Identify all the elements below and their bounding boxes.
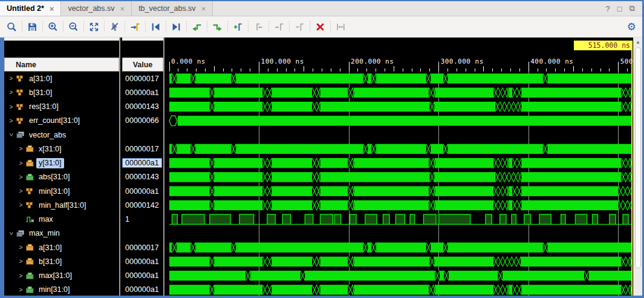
signal-row-max-min[interactable]: >max_min <box>4 227 119 240</box>
signal-value-x-31-0-[interactable]: 00000017 <box>122 142 163 156</box>
ruler-label: 0.000 ns <box>171 58 206 65</box>
signal-row-min-half-31-0-[interactable]: >min_half[31:0] <box>4 198 119 212</box>
signal-value-text: 00000142 <box>122 200 162 210</box>
waveform-canvas[interactable]: 515.000 ns 0.000 ns100.000 ns200.000 ns3… <box>167 38 633 296</box>
chevron-right-icon[interactable]: > <box>18 202 24 208</box>
signal-value-a-31-0-[interactable]: 00000017 <box>122 71 163 85</box>
signal-row-a-31-0-[interactable]: >a[31:0] <box>4 240 119 254</box>
chevron-right-icon[interactable]: > <box>8 89 15 96</box>
chevron-down-icon[interactable]: > <box>8 230 15 237</box>
previous-marker-button[interactable] <box>250 19 267 35</box>
signal-name-label: max <box>36 214 56 225</box>
next-edge-button[interactable] <box>209 19 226 35</box>
zoom-fit-button[interactable] <box>86 19 102 35</box>
chevron-right-icon[interactable]: > <box>8 75 15 82</box>
signal-name-label: err_count[31:0] <box>27 116 82 126</box>
signal-row-max[interactable]: max <box>4 213 119 227</box>
toolbar-separator <box>310 21 310 33</box>
ruler-label: 400.000 ns <box>530 58 573 65</box>
remove-cursor-button[interactable] <box>106 19 123 35</box>
vertical-scrollbar[interactable]: ▲ <box>633 38 642 296</box>
cursor-time-badge[interactable]: 515.000 ns <box>574 41 633 50</box>
remove-marker-button[interactable] <box>291 19 308 35</box>
chevron-right-icon[interactable]: > <box>18 160 24 167</box>
signal-row-y-31-0-[interactable]: >y[31:0] <box>4 156 119 170</box>
previous-transition-button[interactable] <box>148 19 164 35</box>
tab-vector-abs-sv[interactable]: vector_abs.sv× <box>61 1 132 16</box>
signal-value-a-31-0-[interactable]: 00000017 <box>122 240 163 254</box>
chevron-right-icon[interactable]: > <box>8 118 15 124</box>
bus-output-icon <box>25 272 34 280</box>
help-icon[interactable]: ? <box>606 4 610 13</box>
chevron-right-icon[interactable]: > <box>18 244 24 251</box>
signal-row-abs-31-0-[interactable]: >abs[31:0] <box>4 170 119 184</box>
chevron-right-icon[interactable]: > <box>18 258 24 265</box>
signal-value-text <box>122 233 128 234</box>
name-column-header[interactable]: Name <box>4 58 119 71</box>
settings-gear-icon[interactable]: ⚙ <box>627 21 636 33</box>
next-transition-button[interactable] <box>168 19 184 35</box>
signal-value-max-min[interactable] <box>122 227 163 240</box>
signal-name-label: res[31:0] <box>27 102 61 112</box>
bus-output-icon <box>25 286 34 294</box>
toolbar-separator <box>166 21 166 33</box>
signal-row-b-31-0-[interactable]: >b[31:0] <box>4 254 119 268</box>
signal-row-a-31-0-[interactable]: >a[31:0] <box>4 71 119 85</box>
group-icon <box>16 230 25 237</box>
signal-value-b-31-0-[interactable]: 000000a1 <box>122 254 163 268</box>
signal-value-text: 00000017 <box>122 144 162 154</box>
chevron-down-icon[interactable]: > <box>8 131 15 138</box>
signal-value-res-31-0-[interactable]: 00000143 <box>122 100 163 114</box>
signal-value-abs-31-0-[interactable]: 00000143 <box>122 170 163 184</box>
signal-row-min-31-0-[interactable]: >min[31:0] <box>4 283 119 296</box>
tab-close-icon[interactable]: × <box>120 5 125 13</box>
chevron-right-icon[interactable]: > <box>18 188 24 194</box>
chevron-right-icon[interactable]: > <box>18 286 24 293</box>
signal-row-res-31-0-[interactable]: >res[31:0] <box>4 100 119 114</box>
find-button[interactable] <box>4 19 20 35</box>
signal-value-list: 00000017000000a1000001430000006600000017… <box>122 71 163 296</box>
chevron-right-icon[interactable]: > <box>18 174 24 180</box>
signal-value-err-count-31-0-[interactable]: 00000066 <box>122 114 163 128</box>
delete-button[interactable] <box>312 19 328 35</box>
scrollbar-thumb[interactable] <box>635 47 641 268</box>
signal-name-label: a[31:0] <box>27 73 54 84</box>
signal-row-err-count-31-0-[interactable]: >err_count[31:0] <box>4 114 119 128</box>
value-column-header[interactable]: Value <box>122 58 163 71</box>
add-marker-button[interactable] <box>230 19 246 35</box>
zoom-in-button[interactable] <box>45 19 61 35</box>
tab-tb-vector-abs-sv[interactable]: tb_vector_abs.sv× <box>132 1 213 16</box>
signal-value-min-31-0-[interactable]: 000000a1 <box>122 283 163 296</box>
signal-value-max[interactable]: 1 <box>122 213 163 227</box>
next-marker-button[interactable] <box>271 19 287 35</box>
previous-edge-button[interactable] <box>189 19 205 35</box>
go-to-time-button[interactable] <box>127 19 143 35</box>
scroll-up-arrow-icon[interactable]: ▲ <box>634 38 642 47</box>
chevron-right-icon[interactable]: > <box>8 104 15 110</box>
chevron-right-icon[interactable]: > <box>18 273 24 279</box>
signal-value-vector-abs[interactable] <box>122 128 163 142</box>
signal-value-b-31-0-[interactable]: 000000a1 <box>122 85 163 99</box>
signal-value-y-31-0-[interactable]: 000000a1 <box>122 156 163 170</box>
float-icon[interactable]: ⧉ <box>629 4 635 13</box>
chevron-right-icon[interactable]: > <box>18 145 24 152</box>
swap-markers-button[interactable] <box>333 19 349 35</box>
signal-row-b-31-0-[interactable]: >b[31:0] <box>4 85 119 99</box>
tab-close-icon[interactable]: × <box>50 5 54 13</box>
signal-name-label: x[31:0] <box>36 144 64 154</box>
signal-row-x-31-0-[interactable]: >x[31:0] <box>4 142 119 156</box>
tab-untitled-2-[interactable]: Untitled 2*× <box>0 1 61 16</box>
zoom-out-button[interactable] <box>65 19 82 35</box>
maximize-icon[interactable]: □ <box>617 4 622 13</box>
signal-row-max-31-0-[interactable]: >max[31:0] <box>4 269 119 283</box>
ruler-label: 100.000 ns <box>261 58 304 65</box>
tab-close-icon[interactable]: × <box>201 5 206 13</box>
toolbar-separator <box>207 21 207 33</box>
save-waveform-button[interactable] <box>24 19 41 35</box>
signal-row-vector-abs[interactable]: >vector_abs <box>4 128 119 142</box>
signal-value-min-31-0-[interactable]: 000000a1 <box>122 184 163 198</box>
signal-value-min-half-31-0-[interactable]: 00000142 <box>122 198 163 212</box>
signal-row-min-31-0-[interactable]: >min[31:0] <box>4 184 119 198</box>
ruler-label: 200.000 ns <box>351 58 394 65</box>
signal-value-max-31-0-[interactable]: 000000a1 <box>122 269 163 283</box>
